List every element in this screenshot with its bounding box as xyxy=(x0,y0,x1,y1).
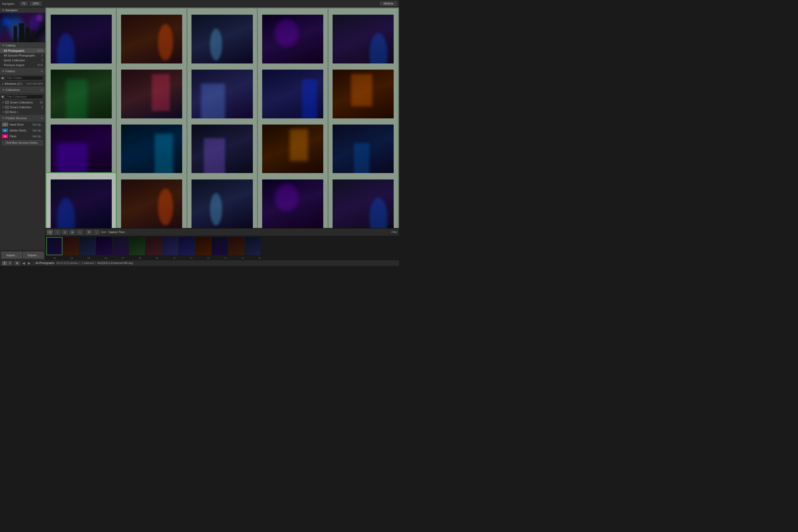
survey-view-button[interactable]: ⊠ xyxy=(69,230,75,235)
sort-value[interactable]: Capture Time ↓ xyxy=(108,231,127,234)
catalog-collapse-icon xyxy=(2,45,4,46)
catalog-item-label: All Photographs xyxy=(4,49,24,52)
filter-button[interactable]: Filter xyxy=(392,231,397,234)
adobe-stock-setup-button[interactable]: Set Up... xyxy=(33,129,43,132)
find-more-services-button[interactable]: Find More Services Online... xyxy=(2,140,43,145)
filmstrip-photos xyxy=(45,236,399,256)
grid-size-button[interactable]: ⊞ xyxy=(14,261,20,265)
filmstrip-number: 66 xyxy=(98,257,114,260)
photo-cell[interactable] xyxy=(328,173,398,228)
navigator-label: Navigator xyxy=(5,8,18,12)
page-1-button[interactable]: 1 xyxy=(2,261,7,265)
collection-expand-icon xyxy=(3,107,4,108)
catalog-label: Catalog xyxy=(5,44,16,47)
flickr-setup-button[interactable]: Set Up... xyxy=(33,135,43,138)
photo-cell[interactable] xyxy=(117,173,186,228)
filmstrip-photo[interactable] xyxy=(46,237,62,255)
page-2-button[interactable]: 2 xyxy=(7,261,12,265)
folder-item-info: 202 / 935 GB xyxy=(27,82,43,85)
status-bar: 1 2 ⊞ ◀ ▶ All Photographs 83 of 1575 pho… xyxy=(0,260,399,266)
catalog-item-all-photos[interactable]: All Photographs 1575 xyxy=(0,48,45,53)
filmstrip-photo[interactable] xyxy=(212,237,228,255)
collections-header-left: Collections xyxy=(2,88,20,92)
filmstrip-number: 69 xyxy=(149,257,165,260)
filter-folders-input[interactable] xyxy=(5,76,43,80)
people-view-button[interactable]: ☺ xyxy=(77,230,83,235)
light-effect-2 xyxy=(36,14,43,22)
export-button[interactable]: Export... xyxy=(23,252,44,259)
catalog-item-synced[interactable]: All Synced Photographs 0 xyxy=(0,53,45,58)
bottom-buttons: Import... Export... xyxy=(0,250,45,260)
filmstrip-photo[interactable] xyxy=(113,237,129,255)
publish-label: Publish Services xyxy=(5,116,27,120)
folder-item-windows[interactable]: ▸ Windows (C:) 202 / 935 GB xyxy=(0,81,45,86)
catalog-item-count: 0 xyxy=(41,54,43,57)
publish-item-hard-drive[interactable]: HD Hard Drive Set Up... xyxy=(0,121,45,128)
navigator-header[interactable]: Navigator xyxy=(0,7,45,13)
folders-header-left: Folders xyxy=(2,70,15,73)
photo-grid xyxy=(45,7,399,228)
collection-icon: ≡ xyxy=(5,111,9,113)
filmstrip-number: 63 xyxy=(46,257,63,260)
filter-collections-input[interactable] xyxy=(5,94,43,99)
filmstrip-photo[interactable] xyxy=(228,237,244,255)
collection-item-best[interactable]: ≡ Best + xyxy=(0,110,45,114)
collections-add-button[interactable]: + xyxy=(41,88,43,92)
publish-item-left: St Adobe Stock xyxy=(2,129,26,132)
status-location-text: All Photographs xyxy=(36,262,54,265)
filmstrip-numbers: 63646566676869707172737475 xyxy=(45,256,399,260)
fit-button[interactable]: Fit xyxy=(20,2,28,6)
collection-item-smart-collection[interactable]: ≡ Smart Collection 3 xyxy=(0,105,45,110)
collection-item-left: ≡ Smart Collections xyxy=(3,101,33,104)
publish-services-section-header[interactable]: Publish Services + xyxy=(0,114,45,121)
grid-view-button[interactable]: ⊞ xyxy=(47,230,53,235)
back-arrow[interactable]: ◀ xyxy=(22,261,25,265)
zoom-button[interactable]: 100% xyxy=(30,2,42,6)
filmstrip-photo[interactable] xyxy=(63,237,79,255)
hard-drive-setup-button[interactable]: Set Up... xyxy=(33,123,43,126)
filmstrip-number: 68 xyxy=(132,257,148,260)
photo-cell[interactable] xyxy=(46,173,116,228)
filmstrip-photo[interactable] xyxy=(195,237,211,255)
publish-add-button[interactable]: + xyxy=(41,116,43,120)
adobe-stock-icon: St xyxy=(2,129,8,132)
collection-item-count: 83 xyxy=(40,101,43,104)
filmstrip-photo[interactable] xyxy=(79,237,95,255)
silhouette-1 xyxy=(14,26,17,42)
photo-cell[interactable] xyxy=(258,173,327,228)
silhouette-3 xyxy=(25,27,30,42)
collection-expand-icon xyxy=(3,101,4,103)
filmstrip-photo[interactable] xyxy=(162,237,178,255)
filmstrip-photo[interactable] xyxy=(245,237,261,255)
spray-button[interactable]: ⦿ xyxy=(86,230,92,235)
forward-arrow[interactable]: ▶ xyxy=(27,261,31,265)
collections-section-header[interactable]: Collections + xyxy=(0,86,45,93)
smart-collection-icon: ≡ xyxy=(5,106,9,109)
catalog-section-header[interactable]: Catalog xyxy=(0,42,45,48)
collections-label: Collections xyxy=(5,88,20,92)
collection-item-smart-collections[interactable]: ≡ Smart Collections 83 xyxy=(0,100,45,105)
filmstrip-photo[interactable] xyxy=(146,237,162,255)
status-count: 83 of 1575 photos xyxy=(57,262,78,265)
catalog-item-quick[interactable]: Quick Collection 2 xyxy=(0,58,45,63)
publish-collapse-icon xyxy=(2,118,4,119)
compare-view-button[interactable]: ⊟ xyxy=(62,230,68,235)
folders-add-button[interactable]: + xyxy=(41,69,43,73)
filmstrip-photo[interactable] xyxy=(96,237,112,255)
attribute-button[interactable]: Attribute xyxy=(380,2,397,6)
folders-label: Folders xyxy=(5,70,15,73)
filmstrip-photo[interactable] xyxy=(129,237,145,255)
sort-asc-button[interactable]: ↕ xyxy=(94,230,99,235)
status-selected: 1 selected xyxy=(82,262,94,265)
publish-item-adobe-stock[interactable]: St Adobe Stock Set Up... xyxy=(0,128,45,133)
photo-cell[interactable] xyxy=(188,173,257,228)
filmstrip-number: 75 xyxy=(251,257,268,260)
folders-section-header[interactable]: Folders + xyxy=(0,68,45,75)
import-button[interactable]: Import... xyxy=(2,252,22,259)
filmstrip-photo[interactable] xyxy=(179,237,195,255)
catalog-item-previous[interactable]: Previous Import 1575 xyxy=(0,63,45,68)
loupe-view-button[interactable]: □ xyxy=(54,230,60,235)
folder-icon: ▸ xyxy=(2,82,3,86)
publish-item-flickr[interactable]: ✿ Flickr Set Up... xyxy=(0,133,45,139)
status-divider xyxy=(33,261,33,265)
